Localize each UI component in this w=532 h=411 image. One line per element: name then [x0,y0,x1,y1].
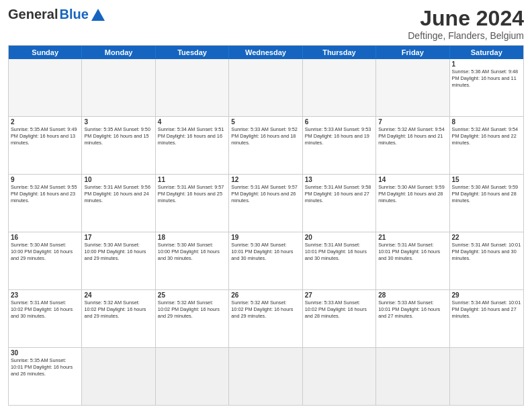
day-info: Sunrise: 5:34 AM Sunset: 9:51 PM Dayligh… [158,126,226,146]
day-info: Sunrise: 5:33 AM Sunset: 10:01 PM Daylig… [378,300,447,320]
day-info: Sunrise: 5:35 AM Sunset: 9:49 PM Dayligh… [11,126,79,146]
calendar-week-4: 16Sunrise: 5:30 AM Sunset: 10:00 PM Dayl… [9,232,523,289]
calendar-cell: 5Sunrise: 5:33 AM Sunset: 9:52 PM Daylig… [229,117,302,174]
calendar-week-3: 9Sunrise: 5:32 AM Sunset: 9:55 PM Daylig… [9,174,523,232]
day-number: 17 [84,234,152,241]
calendar-cell: 24Sunrise: 5:32 AM Sunset: 10:02 PM Dayl… [82,290,155,347]
logo-triangle-icon [91,9,105,21]
calendar-cell: 16Sunrise: 5:30 AM Sunset: 10:00 PM Dayl… [9,232,82,289]
weekday-header-friday: Friday [376,46,449,59]
location-subtitle: Deftinge, Flanders, Belgium [408,30,524,41]
calendar-cell [229,59,302,116]
calendar-week-2: 2Sunrise: 5:35 AM Sunset: 9:49 PM Daylig… [9,116,523,174]
calendar-cell [303,348,376,405]
day-number: 21 [378,234,447,241]
day-number: 15 [452,176,521,183]
calendar-cell: 2Sunrise: 5:35 AM Sunset: 9:49 PM Daylig… [9,117,82,174]
logo-general-text: General [8,7,58,22]
day-number: 25 [158,291,226,299]
logo: General Blue [8,7,105,22]
calendar-cell: 27Sunrise: 5:33 AM Sunset: 10:02 PM Dayl… [303,290,376,347]
calendar-cell: 13Sunrise: 5:31 AM Sunset: 9:58 PM Dayli… [303,175,376,232]
weekday-header-sunday: Sunday [9,46,82,59]
calendar-cell: 10Sunrise: 5:31 AM Sunset: 9:56 PM Dayli… [82,175,155,232]
day-number: 19 [231,234,300,241]
day-number: 13 [305,176,373,183]
calendar-cell: 12Sunrise: 5:31 AM Sunset: 9:57 PM Dayli… [229,175,302,232]
calendar-cell [376,59,449,116]
day-number: 24 [84,291,152,299]
weekday-header-monday: Monday [82,46,155,59]
day-info: Sunrise: 5:36 AM Sunset: 9:48 PM Dayligh… [452,68,521,89]
day-number: 6 [305,118,373,126]
day-info: Sunrise: 5:30 AM Sunset: 10:01 PM Daylig… [231,242,300,262]
day-number: 11 [158,176,226,183]
header: General Blue June 2024 Deftinge, Flander… [8,7,524,41]
day-info: Sunrise: 5:31 AM Sunset: 9:57 PM Dayligh… [231,184,300,204]
calendar-cell: 23Sunrise: 5:31 AM Sunset: 10:02 PM Dayl… [9,290,82,347]
logo-blue-text: Blue [59,7,88,22]
calendar-cell: 29Sunrise: 5:34 AM Sunset: 10:01 PM Dayl… [450,290,523,347]
calendar-cell: 14Sunrise: 5:30 AM Sunset: 9:59 PM Dayli… [376,175,449,232]
calendar-cell: 8Sunrise: 5:32 AM Sunset: 9:54 PM Daylig… [450,117,523,174]
weekday-header-thursday: Thursday [303,46,376,59]
day-info: Sunrise: 5:35 AM Sunset: 10:01 PM Daylig… [11,357,79,377]
calendar-cell [229,348,302,405]
day-number: 3 [84,118,152,126]
calendar-cell: 3Sunrise: 5:35 AM Sunset: 9:50 PM Daylig… [82,117,155,174]
day-info: Sunrise: 5:31 AM Sunset: 10:01 PM Daylig… [452,242,521,262]
weekday-header-saturday: Saturday [450,46,523,59]
day-info: Sunrise: 5:31 AM Sunset: 10:02 PM Daylig… [11,300,79,320]
calendar-week-5: 23Sunrise: 5:31 AM Sunset: 10:02 PM Dayl… [9,289,523,347]
day-info: Sunrise: 5:32 AM Sunset: 9:55 PM Dayligh… [11,184,79,204]
calendar-cell: 26Sunrise: 5:32 AM Sunset: 10:02 PM Dayl… [229,290,302,347]
calendar-cell: 20Sunrise: 5:31 AM Sunset: 10:01 PM Dayl… [303,232,376,289]
calendar-cell: 15Sunrise: 5:30 AM Sunset: 9:59 PM Dayli… [450,175,523,232]
calendar-header: SundayMondayTuesdayWednesdayThursdayFrid… [9,46,523,59]
calendar-cell: 6Sunrise: 5:33 AM Sunset: 9:53 PM Daylig… [303,117,376,174]
day-number: 5 [231,118,300,126]
weekday-header-wednesday: Wednesday [229,46,302,59]
day-info: Sunrise: 5:32 AM Sunset: 9:54 PM Dayligh… [452,126,521,146]
page: General Blue June 2024 Deftinge, Flander… [0,0,532,411]
day-info: Sunrise: 5:31 AM Sunset: 9:56 PM Dayligh… [84,184,152,204]
day-number: 29 [452,291,521,299]
calendar-cell [450,348,523,405]
day-info: Sunrise: 5:32 AM Sunset: 10:02 PM Daylig… [158,300,226,320]
calendar-cell: 4Sunrise: 5:34 AM Sunset: 9:51 PM Daylig… [156,117,229,174]
calendar-cell: 9Sunrise: 5:32 AM Sunset: 9:55 PM Daylig… [9,175,82,232]
calendar-cell: 18Sunrise: 5:30 AM Sunset: 10:00 PM Dayl… [156,232,229,289]
calendar-cell: 21Sunrise: 5:31 AM Sunset: 10:01 PM Dayl… [376,232,449,289]
day-info: Sunrise: 5:31 AM Sunset: 9:58 PM Dayligh… [305,184,373,204]
calendar-cell: 1Sunrise: 5:36 AM Sunset: 9:48 PM Daylig… [450,59,523,116]
day-number: 16 [11,234,79,241]
calendar-cell: 28Sunrise: 5:33 AM Sunset: 10:01 PM Dayl… [376,290,449,347]
day-number: 4 [158,118,226,126]
day-info: Sunrise: 5:30 AM Sunset: 10:00 PM Daylig… [11,242,79,262]
day-info: Sunrise: 5:30 AM Sunset: 10:00 PM Daylig… [84,242,152,262]
day-number: 2 [11,118,79,126]
day-number: 18 [158,234,226,241]
calendar-cell: 30Sunrise: 5:35 AM Sunset: 10:01 PM Dayl… [9,348,82,405]
calendar-cell: 7Sunrise: 5:32 AM Sunset: 9:54 PM Daylig… [376,117,449,174]
day-number: 22 [452,234,521,241]
day-info: Sunrise: 5:32 AM Sunset: 10:02 PM Daylig… [84,300,152,320]
day-number: 10 [84,176,152,183]
calendar-cell [82,348,155,405]
day-number: 8 [452,118,521,126]
calendar-week-1: 1Sunrise: 5:36 AM Sunset: 9:48 PM Daylig… [9,59,523,116]
title-block: June 2024 Deftinge, Flanders, Belgium [408,7,524,41]
day-info: Sunrise: 5:33 AM Sunset: 9:52 PM Dayligh… [231,126,300,146]
calendar: SundayMondayTuesdayWednesdayThursdayFrid… [8,45,524,406]
day-number: 20 [305,234,373,241]
day-number: 9 [11,176,79,183]
calendar-week-6: 30Sunrise: 5:35 AM Sunset: 10:01 PM Dayl… [9,347,523,405]
calendar-cell: 17Sunrise: 5:30 AM Sunset: 10:00 PM Dayl… [82,232,155,289]
calendar-cell [376,348,449,405]
day-info: Sunrise: 5:35 AM Sunset: 9:50 PM Dayligh… [84,126,152,146]
calendar-cell [156,59,229,116]
day-number: 30 [11,349,79,357]
month-title: June 2024 [408,7,524,30]
calendar-cell: 19Sunrise: 5:30 AM Sunset: 10:01 PM Dayl… [229,232,302,289]
day-info: Sunrise: 5:32 AM Sunset: 9:54 PM Dayligh… [378,126,447,146]
